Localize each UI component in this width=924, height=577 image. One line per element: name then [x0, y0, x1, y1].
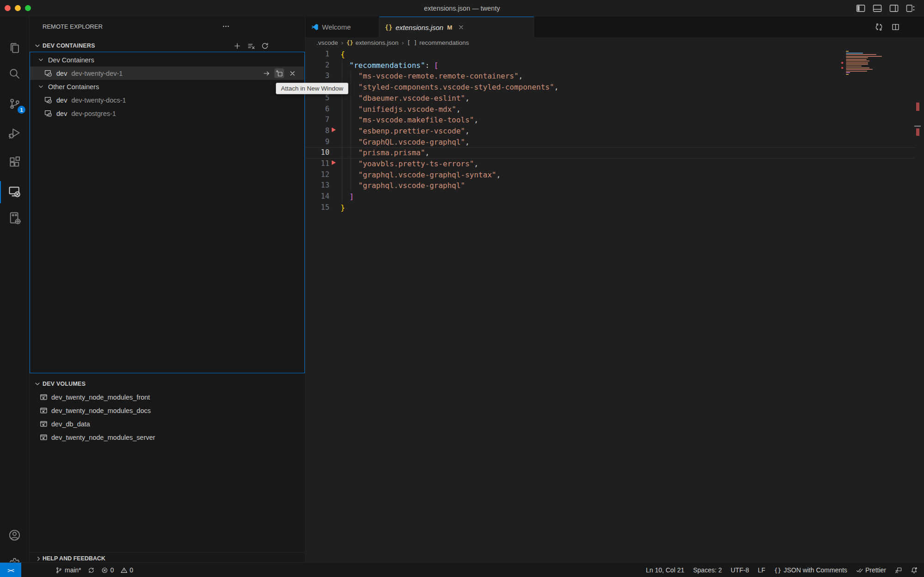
clear-list-icon[interactable]	[247, 42, 255, 50]
refresh-icon[interactable]	[261, 42, 269, 50]
chevron-down-icon	[37, 83, 44, 90]
tree-group-other-containers[interactable]: Other Containers	[30, 80, 304, 93]
new-window-icon[interactable]	[274, 68, 284, 78]
activity-item-containers[interactable]	[0, 207, 29, 230]
status-label: 0	[110, 566, 114, 574]
volume-row-dev-twenty-node-modules-docs[interactable]: dev_twenty_node_modules_docs	[30, 404, 304, 417]
minimap-line	[846, 59, 867, 60]
activity-item-extensions[interactable]	[0, 152, 29, 174]
tab-welcome[interactable]: Welcome	[305, 17, 379, 37]
volume-icon	[40, 433, 48, 441]
check-double-icon	[856, 567, 863, 574]
minimap-line	[846, 62, 868, 63]
zoom-window-button[interactable]	[25, 5, 31, 11]
remote-indicator[interactable]: ><	[0, 563, 21, 577]
toggle-primary-sidebar-icon[interactable]	[856, 3, 866, 13]
volume-row-dev-twenty-node-modules-front[interactable]: dev_twenty_node_modules_front	[30, 390, 304, 404]
minimize-window-button[interactable]	[15, 5, 21, 11]
traffic-lights	[5, 5, 31, 11]
line-number: 2	[305, 60, 329, 71]
status-label: Ln 10, Col 21	[646, 566, 684, 574]
code-editor-surface[interactable]: 1{2 "recommendations": [3 "ms-vscode-rem…	[305, 48, 924, 562]
status-label: 0	[130, 566, 134, 574]
chevron-right-icon	[35, 555, 42, 562]
container-row-dev-twenty-dev-1[interactable]: devdev-twenty-dev-1	[30, 67, 304, 80]
overview-ruler[interactable]	[914, 48, 924, 562]
code-line: "GraphQL.vscode-graphql",	[340, 137, 469, 148]
section-header-dev-volumes[interactable]: DEV VOLUMES	[30, 378, 305, 390]
arrow-right-icon[interactable]	[261, 68, 271, 78]
sidebar-more-actions-icon[interactable]	[221, 21, 231, 31]
close-tab-icon[interactable]	[457, 23, 465, 31]
status-item-json-with-comments[interactable]: {}JSON with Comments	[774, 566, 847, 574]
activity-item-run-and-debug[interactable]	[0, 122, 29, 145]
breadcrumb-item-vscode[interactable]: .vscode	[316, 39, 338, 46]
status-label: Spaces: 2	[693, 566, 722, 574]
tab-extensions-json[interactable]: {}extensions.jsonM	[379, 17, 534, 37]
titlebar-layout-controls	[856, 3, 916, 13]
status-item-ln-10-col-21[interactable]: Ln 10, Col 21	[646, 566, 684, 574]
minimap[interactable]	[841, 51, 915, 83]
section-actions	[233, 42, 269, 50]
volume-row-dev-db-data[interactable]: dev_db_data	[30, 417, 304, 431]
more-actions-icon[interactable]	[907, 23, 917, 32]
overview-ruler-mark	[916, 128, 919, 136]
toggle-secondary-sidebar-icon[interactable]	[889, 3, 899, 13]
status-item-feedback[interactable]	[895, 567, 902, 574]
line-number: 15	[305, 202, 329, 213]
line-number: 12	[305, 170, 329, 181]
close-window-button[interactable]	[5, 5, 11, 11]
container-row-dev-postgres-1[interactable]: devdev-postgres-1	[30, 107, 304, 120]
section-label: HELP AND FEEDBACK	[43, 555, 105, 562]
open-changes-icon[interactable]	[874, 23, 883, 32]
code-line: "ms-vscode.makefile-tools",	[340, 115, 479, 126]
status-label: UTF-8	[731, 566, 749, 574]
status-label: Prettier	[865, 566, 886, 574]
line-number: 6	[305, 104, 329, 115]
activity-item-explorer[interactable]	[0, 37, 29, 60]
breadcrumb-item-extensions-json[interactable]: {}extensions.json	[346, 39, 399, 46]
status-item-sync[interactable]	[88, 567, 95, 574]
editor-group: Welcome{}extensions.jsonM .vscode›{}exte…	[305, 17, 924, 562]
minimap-marker-dot	[841, 67, 843, 69]
overview-ruler-mark	[916, 103, 919, 111]
split-editor-icon[interactable]	[891, 23, 900, 32]
status-item-0[interactable]: 0	[121, 566, 134, 574]
overview-ruler-mark	[914, 126, 921, 127]
explorer-icon	[8, 42, 21, 56]
container-row-dev-twenty-docs-1[interactable]: devdev-twenty-docs-1	[30, 93, 304, 107]
code-line: "graphql.vscode-graphql"	[340, 180, 465, 191]
status-item-0[interactable]: 0	[101, 566, 114, 574]
status-item-main[interactable]: main*	[55, 566, 81, 574]
minimap-marker-dot	[841, 62, 843, 64]
status-item-utf-8[interactable]: UTF-8	[731, 566, 749, 574]
breadcrumb-separator: ›	[341, 39, 344, 46]
status-item-prettier[interactable]: Prettier	[856, 566, 886, 574]
status-item-bell-dot[interactable]	[911, 567, 918, 574]
activity-item-remote-explorer[interactable]	[0, 181, 29, 203]
volume-row-dev-twenty-node-modules-server[interactable]: dev_twenty_node_modules_server	[30, 431, 304, 444]
activity-item-accounts[interactable]	[0, 525, 29, 547]
status-item-lf[interactable]: LF	[758, 566, 765, 574]
tree-group-dev-containers[interactable]: Dev Containers	[30, 53, 304, 67]
close-icon[interactable]	[287, 68, 297, 78]
activity-item-search[interactable]	[0, 63, 29, 85]
remote-explorer-icon	[8, 185, 21, 200]
section-header-dev-containers[interactable]: DEV CONTAINERS	[30, 40, 305, 52]
accounts-icon	[8, 529, 21, 543]
minimap-line	[846, 51, 849, 52]
code-line: "esbenp.prettier-vscode",	[340, 126, 469, 137]
activity-item-source-control[interactable]: 1	[0, 93, 29, 115]
warning-icon	[121, 567, 128, 574]
customize-layout-icon[interactable]	[906, 3, 916, 13]
array-brackets-icon: [ ]	[407, 40, 417, 46]
status-item-spaces-2[interactable]: Spaces: 2	[693, 566, 722, 574]
minimap-line	[846, 71, 867, 72]
containers-icon	[8, 212, 21, 226]
chevron-down-icon	[34, 42, 41, 49]
toggle-panel-icon[interactable]	[872, 3, 882, 13]
sidebar-title: REMOTE EXPLORER	[43, 23, 103, 30]
plus-icon[interactable]	[233, 42, 241, 50]
titlebar: extensions.json — twenty	[0, 0, 924, 17]
breadcrumb-item-recommendations[interactable]: [ ]recommendations	[407, 39, 469, 46]
